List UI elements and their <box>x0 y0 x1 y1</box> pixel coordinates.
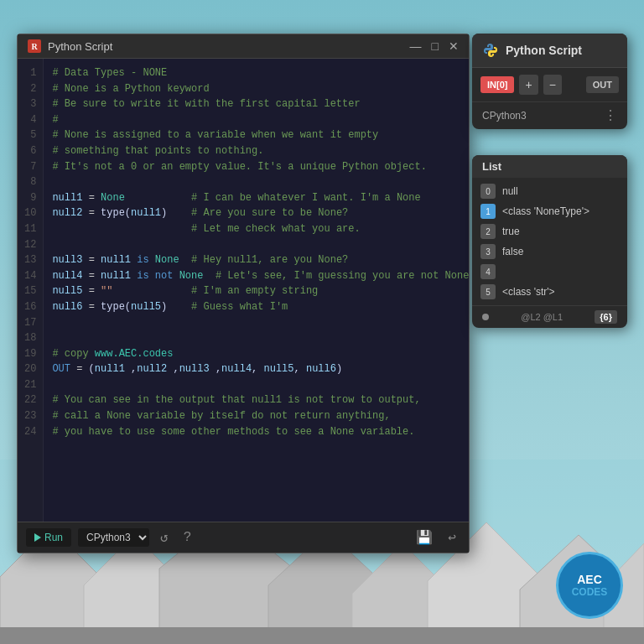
output-index-5: 5 <box>480 284 496 299</box>
port-out-button[interactable]: OUT <box>586 76 619 93</box>
list-item: 4 <box>472 262 627 282</box>
output-value-2: true <box>502 226 520 237</box>
list-item: 0 null <box>472 181 627 201</box>
window-controls: — □ ✕ <box>410 40 459 52</box>
minimize-button[interactable]: — <box>410 40 422 52</box>
output-index-2: 2 <box>480 224 496 239</box>
close-button[interactable]: ✕ <box>449 40 459 52</box>
run-label: Run <box>44 532 63 543</box>
interpreter-label: CPython3 <box>482 110 527 122</box>
aec-logo-text: AEC <box>577 573 602 587</box>
output-index-0: 0 <box>480 184 496 199</box>
port-minus-button[interactable]: − <box>543 75 562 95</box>
interpreter-select[interactable]: CPython3 <box>78 528 149 547</box>
output-count: {6} <box>595 310 617 324</box>
output-location: @L2 @L1 <box>521 312 563 322</box>
play-icon <box>34 533 41 542</box>
output-value-3: false <box>502 246 523 257</box>
title-bar: R Python Script — □ ✕ <box>18 34 469 59</box>
aec-logo-sub: CODES <box>572 586 608 598</box>
output-header: List <box>472 155 627 178</box>
toolbar: Run CPython3 ↺ ? 💾 ↩ <box>18 522 469 553</box>
menu-dots-icon[interactable]: ⋮ <box>604 107 617 124</box>
node-interpreter: CPython3 ⋮ <box>472 101 627 129</box>
save-icon[interactable]: 💾 <box>412 527 437 548</box>
output-index-4: 4 <box>480 264 496 279</box>
line-numbers: 1234 5678 9101112 13141516 17181920 2122… <box>18 59 44 522</box>
node-title: Python Script <box>506 44 582 57</box>
code-editor-window: R Python Script — □ ✕ 1234 5678 9101112 … <box>17 34 470 553</box>
output-index-3: 3 <box>480 244 496 259</box>
output-value-0: null <box>502 185 518 197</box>
node-header: Python Script <box>472 34 627 68</box>
node-panel: Python Script IN[0] + − OUT CPython3 ⋮ <box>472 34 627 129</box>
port-add-button[interactable]: + <box>519 75 538 95</box>
output-panel: List 0 null 1 <class 'NoneType'> 2 true … <box>472 155 627 328</box>
output-value-5: <class 'str'> <box>502 286 555 298</box>
output-index-1: 1 <box>480 204 496 219</box>
svg-rect-9 <box>0 627 644 644</box>
window-icon: R <box>28 39 41 53</box>
run-button[interactable]: Run <box>26 528 71 547</box>
list-item: 2 true <box>472 221 627 242</box>
port-in-button[interactable]: IN[0] <box>480 76 514 93</box>
window-title: Python Script <box>48 40 403 53</box>
list-item: 3 false <box>472 242 627 262</box>
list-item: 1 <class 'NoneType'> <box>472 201 627 221</box>
code-area: 1234 5678 9101112 13141516 17181920 2122… <box>18 59 469 522</box>
code-content[interactable]: # Data Types - NONE # None is a Python k… <box>44 59 469 522</box>
output-dot-icon <box>482 314 489 320</box>
node-io: IN[0] + − OUT <box>472 68 627 101</box>
output-value-1: <class 'NoneType'> <box>502 205 589 217</box>
aec-logo: AEC CODES <box>556 552 623 619</box>
undo-icon[interactable]: ↩ <box>444 527 460 548</box>
output-list: 0 null 1 <class 'NoneType'> 2 true 3 fal… <box>472 178 627 305</box>
python-icon <box>482 42 499 59</box>
list-item: 5 <class 'str'> <box>472 282 627 302</box>
help-icon[interactable]: ? <box>179 528 196 547</box>
maximize-button[interactable]: □ <box>432 40 439 52</box>
history-icon[interactable]: ↺ <box>156 527 173 548</box>
output-footer: @L2 @L1 {6} <box>472 305 627 328</box>
